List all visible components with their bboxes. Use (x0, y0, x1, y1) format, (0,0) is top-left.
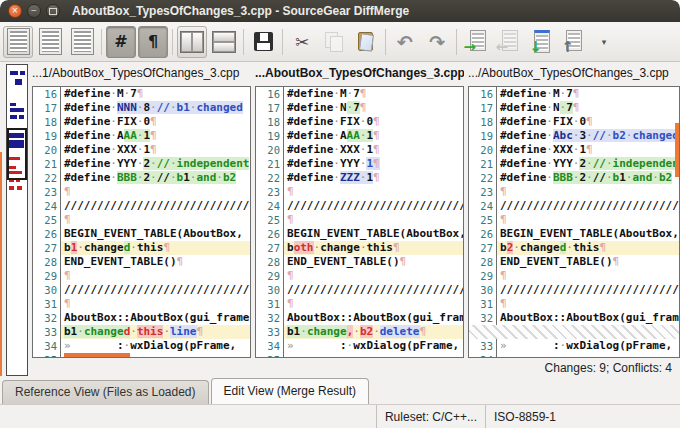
code-line[interactable]: 28END_EVENT_TABLE()¶ (469, 255, 679, 269)
code-line[interactable]: 26BEGIN_EVENT_TABLE(AboutBox, (469, 227, 679, 241)
paste-button[interactable] (351, 26, 381, 58)
close-button[interactable]: × (8, 4, 22, 18)
code-line[interactable]: 30//////////////////////////////////// (256, 283, 463, 297)
code-line[interactable]: 25¶ (33, 213, 250, 227)
file-panel[interactable]: 16#define·M·7¶17#define·N·7¶18#define·FI… (255, 86, 464, 358)
line-number: 19 (256, 129, 284, 143)
code-line[interactable]: 23¶ (33, 185, 250, 199)
code-line[interactable]: 29¶ (469, 269, 679, 283)
code-line[interactable]: 19#define·Abc·3·//·b2·changed (469, 129, 679, 143)
code-line[interactable]: 24//////////////////////////////////// (256, 199, 463, 213)
code-line[interactable]: 21#define·YYY·2·//·independent (33, 157, 250, 171)
code-line[interactable]: 18#define·FIX·0¶ (256, 115, 463, 129)
save-button[interactable] (248, 26, 278, 58)
line-number: 24 (256, 199, 284, 213)
code-line[interactable]: 33b1·changed·this·line¶ (33, 325, 250, 339)
apply-change-left-button[interactable] (493, 26, 523, 58)
overview-change-mark (19, 115, 24, 119)
panel-title: ...1/AboutBox_TypesOfChanges_3.cpp (32, 66, 251, 83)
file-panel[interactable]: 16#define·M·7¶17#define·N·7¶18#define·FI… (468, 86, 680, 358)
code-line[interactable]: 28END_EVENT_TABLE()¶ (33, 255, 250, 269)
file-diff-view-button[interactable] (3, 26, 33, 58)
overview-strip[interactable] (6, 64, 28, 376)
overview-change-mark (10, 115, 17, 119)
code-line[interactable]: 21#define·YYY·1¶ (256, 157, 463, 171)
code-line[interactable]: 22#define·BBB·2·//·b1·and·b2 (469, 171, 679, 185)
code-line[interactable]: 16#define·M·7¶ (33, 87, 250, 101)
code-line[interactable]: 32AboutBox::AboutBox(gui_frame (256, 311, 463, 325)
code-line[interactable]: 26BEGIN_EVENT_TABLE(AboutBox, (256, 227, 463, 241)
line-numbers-toggle[interactable]: # (106, 26, 136, 58)
code-line[interactable]: 17#define·N·7¶ (256, 101, 463, 115)
maximize-button[interactable] (46, 4, 60, 18)
vertical-split-button[interactable] (177, 26, 207, 58)
code-line[interactable]: 32AboutBox::AboutBox(gui_frame (33, 311, 250, 325)
line-number: 22 (469, 171, 497, 185)
code-line[interactable]: 20#define·XXX·1¶ (33, 143, 250, 157)
code-line[interactable]: 33» :·wxDialog(pFrame, (469, 339, 679, 353)
folder-diff-view-button[interactable] (67, 26, 97, 58)
code-line[interactable]: 34» :·wxDialog(pFrame, (33, 339, 250, 353)
code-line[interactable]: 17#define·NNN·8·//·b1·changed (33, 101, 250, 115)
code-line[interactable]: 25¶ (469, 213, 679, 227)
code-line[interactable]: 17#define·N·7¶ (469, 101, 679, 115)
code-line[interactable]: 30//////////////////////////////////// (33, 283, 250, 297)
apply-change-right-button[interactable] (461, 26, 491, 58)
code-line[interactable]: 35 (33, 353, 250, 358)
horizontal-split-button[interactable] (209, 26, 239, 58)
code-line[interactable]: 20#define·XXX·1¶ (256, 143, 463, 157)
prev-change-button[interactable] (557, 26, 587, 58)
line-number: 25 (256, 213, 284, 227)
code-line[interactable]: 16#define·M·7¶ (469, 87, 679, 101)
overview-viewport-indicator[interactable] (7, 128, 27, 180)
undo-button[interactable]: ↶ (390, 26, 420, 58)
code-line[interactable]: 31¶ (256, 297, 463, 311)
file-merge-view-button[interactable] (35, 26, 65, 58)
hash-icon: # (114, 32, 127, 51)
code-line[interactable]: 29¶ (33, 269, 250, 283)
code-line[interactable]: 22#define·BBB·2·//·b1·and·b2 (33, 171, 250, 185)
code-line[interactable]: 34» (469, 353, 679, 358)
redo-button[interactable]: ↷ (422, 26, 452, 58)
next-change-button[interactable] (525, 26, 555, 58)
code-line[interactable]: 20#define·XXX·1¶ (469, 143, 679, 157)
code-line[interactable]: 27b1·changed·this¶ (33, 241, 250, 255)
code-line[interactable]: 29¶ (256, 269, 463, 283)
line-number: 19 (469, 129, 497, 143)
code-line[interactable]: 16#define·M·7¶ (256, 87, 463, 101)
tab-reference-view[interactable]: Reference View (Files as Loaded) (2, 380, 209, 404)
code-line[interactable]: 34» :·wxDialog(pFrame, (256, 339, 463, 353)
code-line[interactable]: 31¶ (33, 297, 250, 311)
show-invisibles-toggle[interactable]: ¶ (138, 26, 168, 58)
code-line[interactable]: 35» (256, 353, 463, 358)
code-line[interactable]: 23¶ (256, 185, 463, 199)
line-number: 26 (256, 227, 284, 241)
minimize-button[interactable]: − (27, 4, 41, 18)
code-line[interactable]: 19#define·AAA·1¶ (256, 129, 463, 143)
code-line[interactable]: 27b2·changed·this¶ (469, 241, 679, 255)
code-line[interactable]: 24//////////////////////////////////// (33, 199, 250, 213)
code-line[interactable]: 31¶ (469, 297, 679, 311)
code-line[interactable]: 21#define·YYY·2·//·independent (469, 157, 679, 171)
code-line[interactable]: 18#define·FIX·0¶ (33, 115, 250, 129)
code-line[interactable]: 32AboutBox::AboutBox(gui_frame (469, 311, 679, 325)
code-line[interactable]: 23¶ (469, 185, 679, 199)
tab-edit-view[interactable]: Edit View (Merge Result) (211, 378, 370, 404)
code-line[interactable]: 22#define·ZZZ·1¶ (256, 171, 463, 185)
toolbar-overflow-button[interactable]: ▾ (589, 26, 619, 58)
code-line[interactable]: 30//////////////////////////////////// (469, 283, 679, 297)
copy-button[interactable] (319, 26, 349, 58)
merge-view: Changes: 9; Conflicts: 4 ...1/AboutBox_T… (0, 62, 680, 378)
code-line[interactable]: 25¶ (256, 213, 463, 227)
code-line[interactable]: 33b1·change,·b2·delete¶ (256, 325, 463, 339)
titlebar[interactable]: × − AboutBox_TypesOfChanges_3.cpp - Sour… (0, 0, 680, 22)
file-panel[interactable]: 16#define·M·7¶17#define·NNN·8·//·b1·chan… (32, 86, 251, 358)
code-line[interactable]: 24//////////////////////////////////// (469, 199, 679, 213)
code-line[interactable]: 18#define·FIX·0¶ (469, 115, 679, 129)
cut-button[interactable]: ✂ (287, 26, 317, 58)
code-line[interactable]: 28END_EVENT_TABLE()¶ (256, 255, 463, 269)
code-line[interactable]: 19#define·AAA·1¶ (33, 129, 250, 143)
code-line[interactable]: 26BEGIN_EVENT_TABLE(AboutBox, (33, 227, 250, 241)
minimize-icon: − (31, 6, 37, 16)
code-line[interactable]: 27both·change·this¶ (256, 241, 463, 255)
